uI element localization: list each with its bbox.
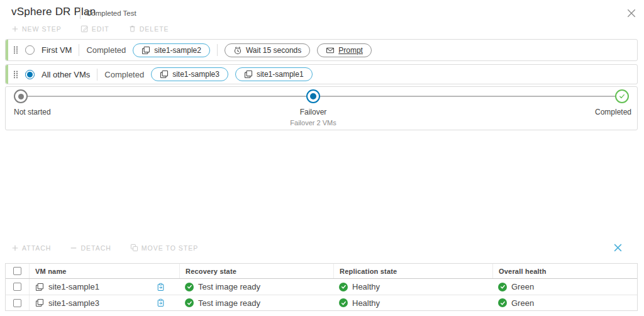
vm-icon (142, 46, 150, 55)
replication-state-cell: Healthy (333, 298, 492, 308)
divider (97, 69, 97, 81)
step-status: Completed (86, 45, 126, 55)
envelope-icon (326, 46, 335, 55)
wait-action-label: Wait 15 seconds (246, 46, 301, 55)
replication-state-text: Healthy (352, 282, 380, 291)
recovery-progress-stepper: Not started Failover Failover 2 VMs Comp… (5, 86, 638, 130)
recovery-state-cell: Test image ready (179, 282, 333, 291)
success-check-icon (339, 298, 348, 307)
replication-state-cell: Healthy (333, 282, 492, 291)
drag-handle-icon[interactable] (13, 46, 18, 54)
stage-node-not-started (14, 89, 28, 103)
vm-name-cell: site1-sample1 (29, 279, 179, 295)
detach-button[interactable]: Detach (70, 244, 111, 252)
attach-label: Attach (22, 244, 51, 252)
overall-health-text: Green (511, 282, 534, 291)
vm-chip-label: site1-sample2 (154, 46, 201, 55)
divider (217, 44, 218, 56)
detach-label: Detach (80, 244, 111, 252)
header-checkbox-cell (6, 264, 29, 278)
vm-chip[interactable]: site1-sample3 (151, 67, 228, 81)
vm-name: site1-sample1 (48, 282, 99, 291)
plus-icon (11, 25, 19, 33)
prompt-action-chip[interactable]: Prompt (317, 43, 372, 57)
stage-node-failover-current (306, 89, 320, 103)
vm-table: VM name Recovery state Replication state… (5, 263, 638, 311)
column-header-replication-state: Replication state (333, 264, 492, 278)
success-check-icon (339, 283, 348, 291)
new-step-label: New step (22, 25, 62, 33)
stage-label-not-started: Not started (14, 108, 51, 116)
success-check-icon (498, 298, 507, 307)
drag-handle-icon[interactable] (13, 71, 18, 79)
delete-button[interactable]: Delete (128, 25, 169, 33)
close-vm-panel-icon[interactable] (613, 243, 623, 252)
recovery-state-cell: Test image ready (179, 298, 333, 308)
vm-icon (160, 70, 169, 79)
clipboard-icon[interactable] (157, 298, 165, 307)
step-status-bar (6, 40, 8, 60)
vm-toolbar: Attach Detach Move to step (11, 244, 198, 252)
close-icon[interactable] (626, 8, 636, 18)
success-check-icon (498, 283, 507, 291)
move-to-step-icon (130, 244, 138, 252)
step-status: Completed (104, 70, 144, 79)
table-row: site1-sample3 Test image ready Healthy G… (6, 295, 637, 310)
vm-icon (35, 283, 44, 291)
overall-health-cell: Green (492, 282, 637, 291)
vm-chip[interactable]: site1-sample1 (235, 67, 313, 81)
vm-chip-label: site1-sample3 (172, 70, 219, 79)
vm-name: site1-sample3 (48, 298, 99, 308)
page-subtitle: Completed Test (86, 9, 136, 17)
stage-label-completed: Completed (595, 108, 631, 116)
new-step-button[interactable]: New step (11, 25, 62, 33)
table-row: site1-sample1 Test image ready Healthy G… (6, 279, 637, 295)
row-checkbox-cell (6, 279, 29, 295)
stage-sublabel-failover: Failover 2 VMs (282, 119, 345, 127)
step-name: All other VMs (42, 70, 90, 79)
attach-button[interactable]: Attach (11, 244, 51, 252)
select-all-checkbox[interactable] (13, 267, 21, 275)
success-check-icon (185, 283, 194, 291)
vm-chip[interactable]: site1-sample2 (133, 43, 210, 57)
clock-icon (233, 46, 242, 55)
step-row-first-vm[interactable]: First VM Completed site1-sample2 Wait 15… (5, 39, 638, 61)
column-header-recovery-state: Recovery state (179, 264, 333, 278)
vsphere-dr-plan-panel: vSphere DR Plan Completed Test New step … (0, 0, 644, 316)
vm-icon (244, 70, 253, 79)
overall-health-text: Green (511, 298, 534, 308)
step-radio[interactable] (25, 45, 35, 55)
clipboard-icon[interactable] (157, 283, 165, 291)
trash-icon (128, 25, 136, 33)
row-checkbox-cell (6, 295, 29, 310)
step-row-all-other-vms[interactable]: All other VMs Completed site1-sample3 si… (5, 64, 638, 84)
row-checkbox[interactable] (13, 283, 21, 291)
plus-icon (11, 244, 19, 252)
divider (79, 44, 79, 56)
move-to-step-button[interactable]: Move to step (130, 244, 198, 252)
recovery-state-text: Test image ready (198, 298, 260, 308)
overall-health-cell: Green (492, 298, 637, 308)
stepper-track (21, 96, 622, 97)
vm-name-cell: site1-sample3 (29, 295, 179, 310)
stage-node-completed (615, 89, 629, 103)
recovery-state-text: Test image ready (198, 282, 260, 291)
row-checkbox[interactable] (13, 299, 21, 307)
page-title: vSphere DR Plan (11, 6, 96, 18)
move-to-step-label: Move to step (142, 244, 198, 252)
step-radio-selected[interactable] (25, 70, 35, 79)
edit-label: Edit (92, 25, 109, 33)
column-header-vm-name: VM name (29, 264, 179, 278)
success-check-icon (185, 298, 194, 307)
step-name: First VM (42, 45, 72, 55)
step-toolbar: New step Edit Delete (11, 25, 169, 33)
title-divider (80, 7, 80, 19)
minus-icon (70, 244, 77, 252)
delete-label: Delete (140, 25, 169, 33)
edit-button[interactable]: Edit (80, 25, 109, 33)
column-header-overall-health: Overall health (492, 264, 637, 278)
table-header-row: VM name Recovery state Replication state… (6, 264, 637, 279)
pencil-icon (80, 25, 89, 33)
vm-icon (35, 298, 44, 307)
wait-action-chip[interactable]: Wait 15 seconds (225, 43, 310, 57)
